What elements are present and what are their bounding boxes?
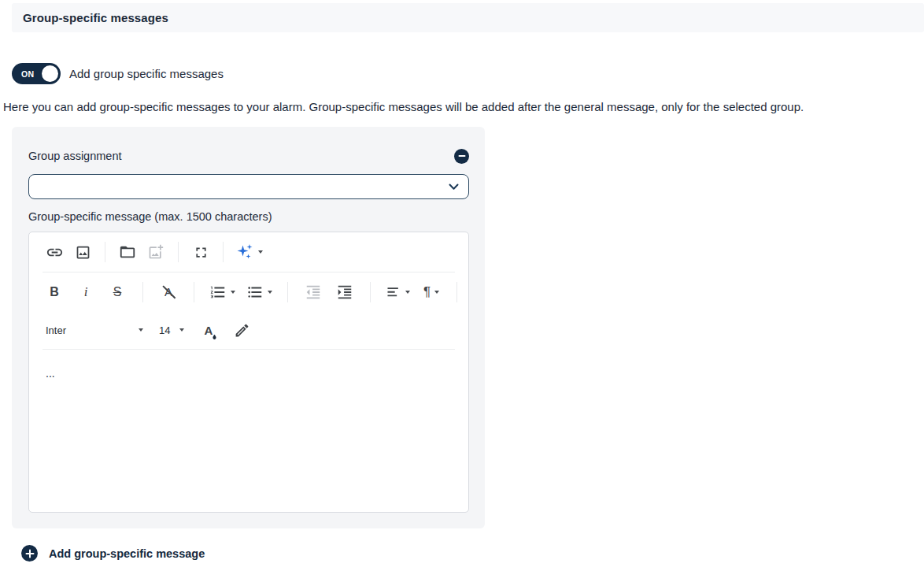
section-header: Group-specific messages xyxy=(12,3,924,32)
insert-image-button[interactable] xyxy=(71,239,94,265)
fullscreen-icon xyxy=(193,244,209,261)
toolbar-separator xyxy=(194,282,194,302)
strikethrough-button[interactable]: S xyxy=(105,280,129,305)
strikethrough-icon: S xyxy=(113,285,122,299)
toolbar-separator xyxy=(178,242,179,262)
editor-toolbar-row-2: B i S A xyxy=(29,272,468,311)
ai-assistant-button[interactable] xyxy=(234,239,264,265)
fullscreen-button[interactable] xyxy=(189,239,213,265)
highlighter-icon xyxy=(234,322,250,339)
align-icon xyxy=(386,284,401,300)
paragraph-style-button[interactable]: ¶ xyxy=(419,280,443,305)
outdent-icon xyxy=(305,284,322,301)
caret-down-icon xyxy=(139,328,143,332)
toolbar-separator xyxy=(223,242,224,262)
open-file-button[interactable] xyxy=(116,239,139,265)
toggle-label: Add group specific messages xyxy=(69,67,224,80)
unordered-list-icon xyxy=(246,284,264,301)
ai-sparkles-icon xyxy=(235,243,254,261)
toggle-on-label: ON xyxy=(21,69,35,79)
message-content-area[interactable]: ... xyxy=(29,350,468,512)
font-family-select[interactable]: Inter xyxy=(43,317,146,343)
toolbar-separator xyxy=(142,282,143,302)
text-align-button[interactable] xyxy=(384,280,412,305)
editor-toolbar-row-3: Inter 14 A xyxy=(29,311,468,349)
add-group-message-button[interactable]: Add group-specific message xyxy=(21,545,924,562)
group-message-label: Group-specific message (max. 1500 charac… xyxy=(28,210,469,223)
add-image-button[interactable] xyxy=(144,239,168,265)
ordered-list-button[interactable] xyxy=(208,280,237,305)
clear-formatting-button[interactable]: A xyxy=(157,280,180,305)
caret-down-icon xyxy=(258,250,263,254)
toolbar-separator xyxy=(105,242,105,262)
toggle-row: ON Add group specific messages xyxy=(12,63,924,84)
paragraph-icon: ¶ xyxy=(423,284,431,300)
plus-icon[interactable] xyxy=(21,545,38,562)
highlight-button[interactable] xyxy=(230,317,253,343)
assignment-header-row: Group assignment xyxy=(28,148,469,164)
bold-icon: B xyxy=(50,285,59,299)
group-assignment-select[interactable] xyxy=(28,174,469,199)
font-color-icon: A xyxy=(205,324,213,337)
toolbar-separator xyxy=(370,282,371,302)
clear-format-icon: A xyxy=(164,285,172,298)
rich-text-editor: B i S A xyxy=(28,232,469,513)
link-icon xyxy=(46,243,64,261)
image-icon xyxy=(75,244,91,261)
remove-group-message-button[interactable] xyxy=(454,149,469,164)
caret-down-icon xyxy=(179,328,184,332)
ink-drop-icon xyxy=(209,332,220,343)
ordered-list-icon xyxy=(209,284,227,301)
font-family-value: Inter xyxy=(46,324,66,336)
indent-icon xyxy=(336,284,353,301)
outdent-button[interactable] xyxy=(301,280,325,305)
insert-link-button[interactable] xyxy=(43,239,66,265)
toolbar-separator xyxy=(287,282,288,302)
description-text: Here you can add group-specific messages… xyxy=(3,100,916,113)
caret-down-icon xyxy=(434,291,439,294)
font-size-value: 14 xyxy=(159,324,170,336)
group-message-card: Group assignment Group-specific message … xyxy=(12,127,485,528)
chevron-down-icon xyxy=(449,183,459,191)
bold-button[interactable]: B xyxy=(43,280,66,305)
unordered-list-button[interactable] xyxy=(245,280,274,305)
caret-down-icon xyxy=(268,291,272,294)
image-add-icon xyxy=(148,244,164,260)
indent-button[interactable] xyxy=(333,280,357,305)
toggle-knob xyxy=(42,65,58,82)
group-assignment-label: Group assignment xyxy=(28,150,121,162)
folder-open-icon xyxy=(119,243,136,261)
editor-toolbar-row-1 xyxy=(29,232,468,272)
page-title: Group-specific messages xyxy=(23,11,168,24)
group-messages-toggle[interactable]: ON xyxy=(12,63,61,84)
caret-down-icon xyxy=(231,291,235,294)
caret-down-icon xyxy=(405,291,410,294)
italic-icon: i xyxy=(84,284,88,300)
italic-button[interactable]: i xyxy=(74,280,98,305)
font-color-button[interactable]: A xyxy=(197,317,220,343)
toolbar-separator xyxy=(456,282,457,302)
add-group-message-label: Add group-specific message xyxy=(49,547,205,560)
font-size-select[interactable]: 14 xyxy=(156,317,187,343)
